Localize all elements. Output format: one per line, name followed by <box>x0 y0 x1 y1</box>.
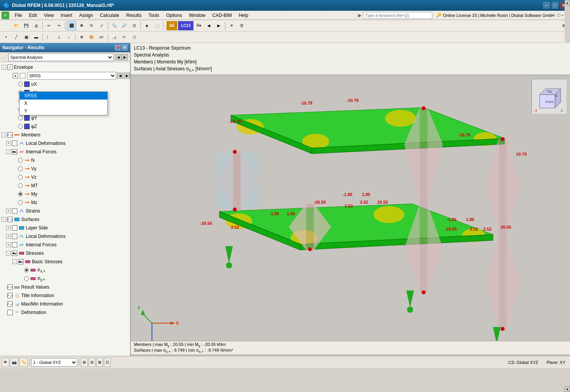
tree-internal-forces-surf[interactable]: + Internal Forces <box>0 241 130 249</box>
cut-btn[interactable]: ⬡ <box>130 33 139 42</box>
menu-cad-bim[interactable]: CAD-BIM <box>209 11 235 20</box>
member-btn[interactable]: ⎸ <box>44 33 53 42</box>
tree-n[interactable]: N <box>0 156 130 164</box>
sigma-y-plus-radio[interactable] <box>24 276 29 281</box>
layer-expand[interactable]: + <box>6 226 11 230</box>
scale-btn[interactable]: ⤢ <box>97 21 106 30</box>
tree-layer-side[interactable]: + Layer Side <box>0 224 130 232</box>
phiz-radio[interactable] <box>18 124 23 129</box>
local-deform-check[interactable] <box>12 141 17 146</box>
graph-btn[interactable]: 📊 <box>110 33 119 42</box>
model-orientation-cube[interactable]: Front Top R -Y Z <box>532 79 566 113</box>
move-btn[interactable]: ✥ <box>77 21 86 30</box>
menu-view[interactable]: View <box>41 11 57 20</box>
tree-mt[interactable]: MT <box>0 181 130 190</box>
envelope-expand[interactable]: − <box>2 65 6 70</box>
menu-edit[interactable]: Edit <box>26 11 40 20</box>
tree-local-deform[interactable]: + Local Deformations <box>0 139 130 148</box>
view-btn-4[interactable]: ⊡ <box>104 358 111 367</box>
srss-checkbox[interactable] <box>13 73 18 78</box>
solid-btn[interactable]: ▬ <box>32 33 41 42</box>
local-deform-surf-expand[interactable]: + <box>6 234 11 239</box>
dropdown-srss[interactable]: SRSS <box>20 92 107 100</box>
render-btn[interactable]: ☰ <box>237 21 246 30</box>
stresses-check[interactable]: ■ <box>12 251 17 256</box>
save-btn[interactable]: 💾 <box>22 21 31 30</box>
local-deform-expand[interactable]: + <box>6 141 11 146</box>
mz-radio[interactable] <box>18 200 23 205</box>
sigma-x-plus-radio[interactable] <box>24 268 29 272</box>
tree-members[interactable]: − ✓ Members <box>0 131 130 139</box>
fit-btn[interactable]: ⊡ <box>130 21 139 30</box>
next-lc[interactable]: ▶ <box>214 21 223 30</box>
new-btn[interactable]: 📄 <box>2 21 11 30</box>
view-btn-1[interactable]: ⊞ <box>81 358 88 367</box>
menu-results[interactable]: Results <box>123 11 145 20</box>
line-btn[interactable]: ╱ <box>12 33 21 42</box>
n-radio[interactable] <box>18 158 23 163</box>
video-btn[interactable]: 📷 <box>10 358 18 367</box>
load-select[interactable]: R▾ <box>194 21 203 30</box>
view3d-btn[interactable]: ◈ <box>142 21 152 30</box>
eye-btn[interactable]: 👁 <box>2 358 9 367</box>
lc13-btn[interactable]: LC13 <box>178 21 193 30</box>
nav-pin[interactable]: 📌 <box>115 45 121 51</box>
rotate-btn[interactable]: ↻ <box>87 21 96 30</box>
menu-calculate[interactable]: Calculate <box>97 11 122 20</box>
ae-btn[interactable]: AE <box>167 21 177 30</box>
srss-dropdown[interactable]: SRSS X Y <box>27 72 116 80</box>
tree-internal-forces-members[interactable]: − ■ Internal Forces <box>0 148 130 156</box>
deform-btn[interactable]: ✕ <box>227 21 236 30</box>
surface-btn[interactable]: ▦ <box>22 33 31 42</box>
tree-local-deform-surf[interactable]: + Local Deformations <box>0 232 130 241</box>
view-btn-2[interactable]: ⊟ <box>88 358 95 367</box>
srss-next[interactable]: ▶ <box>124 73 130 79</box>
if-surf-check[interactable] <box>12 242 17 247</box>
tree-mz[interactable]: Mz <box>0 198 130 207</box>
menu-options[interactable]: Options <box>163 11 185 20</box>
envelope-checkbox[interactable] <box>7 65 13 70</box>
vz-radio[interactable] <box>18 175 23 179</box>
tree-sigma-x-plus[interactable]: σx,+ <box>0 266 130 274</box>
vy-radio[interactable] <box>18 166 23 171</box>
dropdown-y[interactable]: Y <box>20 107 107 115</box>
select-btn[interactable]: ⬛ <box>67 21 76 30</box>
stresses-expand[interactable]: − <box>6 251 11 256</box>
nav-close[interactable]: ✕ <box>122 45 128 51</box>
menu-assign[interactable]: Assign <box>76 11 96 20</box>
load-btn[interactable]: ↓ <box>64 33 73 42</box>
view-btn-3[interactable]: ⊠ <box>96 358 103 367</box>
print-btn[interactable]: 🖨 <box>32 21 41 30</box>
menu-help[interactable]: Help <box>236 11 252 20</box>
support-btn[interactable]: ⊥ <box>54 33 63 42</box>
if-members-check[interactable]: ■ <box>12 149 17 154</box>
tree-phiz[interactable]: φZ <box>0 122 130 131</box>
tree-maxmin-info[interactable]: ✓ 📊 Max/Min Information <box>0 300 130 308</box>
redo-btn[interactable]: ↪ <box>54 21 63 30</box>
tree-title-info[interactable]: ✓ 📋 Title Information <box>0 291 130 300</box>
node-btn[interactable]: • <box>2 33 11 42</box>
color-btn[interactable]: 🎨 <box>87 33 96 42</box>
section-btn[interactable]: ✂ <box>120 33 129 42</box>
zoom-in-btn[interactable]: 🔍 <box>110 21 119 30</box>
tree-strains[interactable]: + Strains <box>0 207 130 215</box>
strains-expand[interactable]: + <box>6 209 11 213</box>
phiy-radio[interactable] <box>18 116 23 120</box>
ux-radio[interactable] <box>18 82 23 86</box>
my-radio[interactable] <box>18 192 23 196</box>
basic-stress-check[interactable]: ■ <box>18 259 23 264</box>
menu-insert[interactable]: Insert <box>58 11 75 20</box>
tree-result-values[interactable]: ✓ xxx Result Values <box>0 283 130 291</box>
local-deform-surf-check[interactable] <box>12 234 17 239</box>
members-checkbox[interactable]: ✓ <box>7 132 13 138</box>
undo-btn[interactable]: ↩ <box>44 21 53 30</box>
view-top-btn[interactable]: ⬜ <box>152 21 162 30</box>
strains-check[interactable] <box>12 208 17 214</box>
tree-srss-row[interactable]: SRSS X Y ◀ ▶ <box>0 71 130 80</box>
srss-prev[interactable]: ◀ <box>117 73 123 79</box>
tree-vy[interactable]: Vy <box>0 164 130 173</box>
keyword-search[interactable] <box>363 12 432 19</box>
tree-vz[interactable]: Vz <box>0 173 130 181</box>
label-btn[interactable]: 🏷 <box>97 33 106 42</box>
minimize-button[interactable]: ─ <box>543 2 550 9</box>
